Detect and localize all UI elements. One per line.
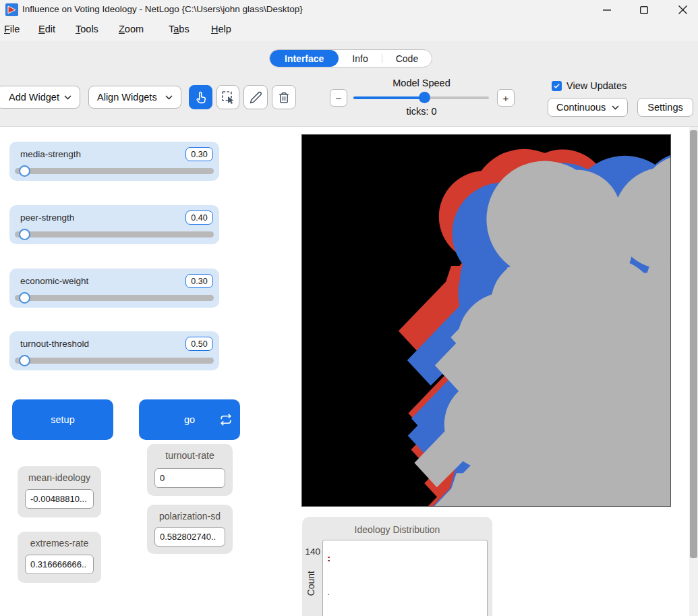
slider-value: 0.40 <box>185 211 213 225</box>
plot-pen-mark <box>328 560 330 561</box>
slider-value: 0.30 <box>185 274 213 288</box>
slider-turnout-threshold[interactable]: turnout-threshold 0.50 <box>9 331 219 370</box>
slider-thumb[interactable] <box>19 355 30 366</box>
slider-economic-weight[interactable]: economic-weight 0.30 <box>9 269 219 308</box>
slider-track[interactable] <box>15 231 214 237</box>
chevron-down-icon <box>64 95 71 100</box>
plot-area <box>322 540 488 616</box>
model-speed-slider[interactable] <box>353 96 489 99</box>
slider-media-strength[interactable]: media-strength 0.30 <box>9 142 219 181</box>
go-button-label: go <box>184 414 195 425</box>
update-mode-value: Continuous <box>556 102 606 113</box>
check-icon <box>553 82 560 90</box>
monitor-value: 0.582802740.. <box>154 527 225 547</box>
menu-bar: File Edit Tools Zoom Tabs Help <box>0 20 698 41</box>
plot-pen-mark <box>328 557 330 558</box>
slider-track[interactable] <box>15 295 214 301</box>
view-updates-checkbox[interactable] <box>552 81 562 91</box>
maximize-icon <box>640 6 648 14</box>
update-mode-dropdown[interactable]: Continuous <box>548 98 628 117</box>
slider-label: media-strength <box>20 149 81 159</box>
menu-edit[interactable]: Edit <box>38 24 55 34</box>
menu-file[interactable]: File <box>4 24 20 34</box>
vertical-scrollbar[interactable] <box>689 127 698 616</box>
monitor-extremes-rate: extremes-rate 0.316666666.. <box>18 532 101 583</box>
hand-pointer-icon <box>194 90 208 105</box>
setup-button-label: setup <box>51 414 74 425</box>
slider-label: turnout-threshold <box>20 339 89 349</box>
setup-button[interactable]: setup <box>12 399 113 440</box>
chevron-down-icon <box>612 105 619 110</box>
tab-code[interactable]: Code <box>382 50 432 67</box>
monitor-value: 0 <box>154 468 225 488</box>
minimize-button[interactable] <box>591 0 622 20</box>
select-tool-button[interactable] <box>216 85 239 109</box>
slider-thumb[interactable] <box>19 292 30 304</box>
monitor-turnout-rate: turnout-rate 0 <box>147 444 233 496</box>
agents-canvas <box>302 135 670 506</box>
world-view[interactable] <box>302 135 670 506</box>
settings-button[interactable]: Settings <box>637 98 693 117</box>
model-speed-label: Model Speed <box>354 78 489 88</box>
toolbar: Interface Info Code Add Widget Align Wid… <box>0 41 698 127</box>
menu-zoom[interactable]: Zoom <box>119 24 144 34</box>
forever-repeat-icon <box>220 414 232 426</box>
plot-y-max-label: 140 <box>303 547 320 557</box>
netlogo-logo-icon <box>5 3 18 16</box>
menu-tools[interactable]: Tools <box>76 24 98 34</box>
speed-decrease-button[interactable]: − <box>330 89 347 107</box>
delete-tool-button[interactable] <box>272 85 296 109</box>
view-updates-label: View Updates <box>566 80 627 91</box>
pencil-icon <box>250 91 262 104</box>
plot-pen-mark <box>328 594 329 595</box>
speed-increase-button[interactable]: + <box>497 89 515 107</box>
go-button[interactable]: go <box>139 399 240 440</box>
title-bar: Influence on Voting Ideology - NetLogo {… <box>0 0 698 20</box>
slider-track[interactable] <box>15 168 214 174</box>
close-icon <box>678 5 687 14</box>
slider-value: 0.30 <box>185 147 213 161</box>
monitor-label: mean-ideology <box>18 472 101 483</box>
minimize-icon <box>603 6 611 14</box>
menu-help[interactable]: Help <box>211 24 231 34</box>
slider-peer-strength[interactable]: peer-strength 0.40 <box>9 205 219 244</box>
scrollbar-thumb[interactable] <box>690 130 697 558</box>
align-widgets-label: Align Widgets <box>97 92 157 103</box>
monitor-polarization-sd: polarization-sd 0.582802740.. <box>147 505 233 554</box>
model-speed-fill <box>353 96 424 99</box>
tab-info[interactable]: Info <box>339 50 381 67</box>
ticks-counter: ticks: 0 <box>354 106 489 117</box>
model-speed-thumb[interactable] <box>419 92 430 103</box>
plot-ideology-distribution: Ideology Distribution 140 Count <box>302 517 492 616</box>
maximize-button[interactable] <box>629 0 660 20</box>
monitor-mean-ideology: mean-ideology -0.00488810... <box>18 466 101 517</box>
monitor-label: turnout-rate <box>147 450 233 461</box>
menu-tabs[interactable]: Tabs <box>169 24 190 34</box>
tab-interface[interactable]: Interface <box>270 50 339 67</box>
pointer-tool-button[interactable] <box>189 85 212 109</box>
slider-track[interactable] <box>15 358 214 364</box>
slider-label: peer-strength <box>20 213 74 223</box>
add-widget-dropdown[interactable]: Add Widget <box>0 86 80 109</box>
plot-y-axis-label: Count <box>306 571 316 596</box>
monitor-value: 0.316666666.. <box>25 555 94 574</box>
window-title: Influence on Voting Ideology - NetLogo {… <box>22 4 303 14</box>
main-tabstrip: Interface Info Code <box>269 49 432 67</box>
edit-tool-button[interactable] <box>243 85 268 109</box>
slider-label: economic-weight <box>20 276 88 286</box>
monitor-value: -0.00488810... <box>25 489 94 509</box>
slider-thumb[interactable] <box>19 229 30 240</box>
netlogo-window: Influence on Voting Ideology - NetLogo {… <box>0 0 698 616</box>
slider-value: 0.50 <box>185 337 213 351</box>
chevron-down-icon <box>165 95 173 100</box>
slider-thumb[interactable] <box>19 165 30 177</box>
add-widget-label: Add Widget <box>9 92 59 103</box>
align-widgets-dropdown[interactable]: Align Widgets <box>88 86 181 109</box>
selection-cursor-icon <box>221 90 235 104</box>
monitor-label: polarization-sd <box>147 511 233 522</box>
plot-title: Ideology Distribution <box>302 524 492 535</box>
monitor-label: extremes-rate <box>18 538 101 549</box>
trash-icon <box>278 91 290 104</box>
close-button[interactable] <box>667 0 698 20</box>
